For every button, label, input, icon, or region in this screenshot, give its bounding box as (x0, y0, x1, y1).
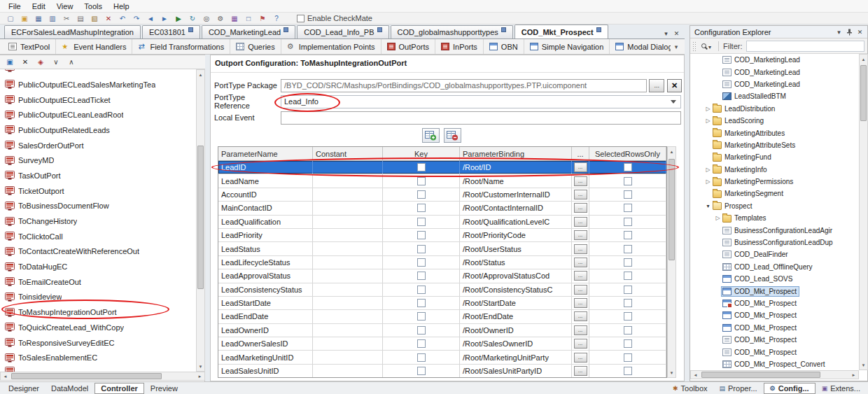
scroll-left-icon[interactable] (691, 371, 700, 379)
binding-browse-button[interactable]: ... (574, 258, 587, 267)
navigate-forward-icon[interactable]: ► (158, 13, 171, 24)
parameter-row[interactable]: LeadEndDate /Root/EndDate ... (218, 310, 666, 323)
menu-item[interactable]: File (3, 1, 27, 11)
outport-item[interactable]: TaskOutPort (0, 168, 197, 183)
config-tree-item[interactable]: COD_Mkt_Prospect (690, 322, 859, 334)
binding-browse-button[interactable]: ... (574, 311, 587, 321)
parameter-row[interactable]: LeadQualification /Root/QualificationLev… (218, 216, 666, 229)
config-tree-item[interactable]: LeadStalledBTM (690, 90, 859, 102)
filter-input[interactable] (746, 41, 864, 52)
outport-item[interactable]: ToClicktoCall (0, 229, 197, 244)
selected-rows-only-checkbox[interactable] (624, 299, 632, 307)
key-checkbox[interactable] (417, 286, 426, 294)
tab-list-button[interactable] (661, 29, 671, 38)
view-tab[interactable]: OBN (484, 39, 524, 54)
selected-rows-only-checkbox[interactable] (624, 190, 632, 199)
column-header-constant[interactable]: Constant (313, 147, 383, 160)
outport-item[interactable]: ToBusinessDocumentFlow (0, 199, 197, 214)
config-tree-item-body[interactable]: COD_Mkt_Prospect_Convert (722, 360, 827, 369)
config-tree-item[interactable]: BusinessConfigurationLeadDup (690, 237, 859, 248)
config-tree-item-body[interactable]: BusinessConfigurationLeadAgir (722, 226, 834, 235)
config-tree-item[interactable]: LeadDistribution (690, 103, 859, 115)
config-tree-item-body[interactable]: COD_Lead_OfflineQuery (722, 262, 815, 272)
configuration-vertical-scrollbar[interactable] (859, 54, 868, 370)
save-icon[interactable]: ▦ (32, 13, 45, 24)
cut-icon[interactable]: ✂ (60, 13, 73, 24)
navigate-back-icon[interactable]: ◄ (144, 13, 157, 24)
tool-window-tab[interactable]: ⚙Config... (764, 383, 816, 394)
config-tree-item-body[interactable]: MarketingAttributes (712, 128, 787, 138)
parameter-row[interactable]: LeadStatus /Root/UserStatus ... (218, 242, 666, 255)
config-tree-item-body[interactable]: COD_MarketingLead (722, 68, 802, 77)
table-vertical-scrollbar[interactable] (667, 146, 676, 378)
scroll-down-icon[interactable] (860, 360, 867, 370)
tool-window-tab[interactable]: ▤Proper... (714, 383, 763, 394)
config-tree-item-body[interactable]: COD_Lead_SOVS (722, 274, 794, 283)
config-tree-item[interactable]: COD_DealFinder (690, 248, 859, 260)
binding-browse-button[interactable]: ... (574, 244, 587, 254)
config-tree-item[interactable]: COD_Mkt_Prospect (690, 285, 859, 297)
constant-cell[interactable] (313, 297, 383, 309)
delete-outport-button[interactable]: ✕ (18, 57, 32, 68)
configuration-horizontal-scrollbar[interactable] (690, 370, 859, 379)
constant-cell[interactable] (313, 256, 383, 269)
local-event-input[interactable] (281, 111, 681, 125)
key-checkbox[interactable] (417, 231, 426, 239)
config-tree-item-body[interactable]: COD_Mkt_Prospect (722, 335, 799, 344)
outport-item[interactable] (0, 365, 197, 372)
porttype-reference-select[interactable]: Lead_Info (281, 95, 681, 108)
config-tree-item-body[interactable]: MarketingPermissions (712, 177, 795, 187)
selected-rows-only-checkbox[interactable] (624, 312, 632, 321)
scroll-up-icon[interactable] (860, 55, 867, 64)
constant-cell[interactable] (313, 161, 383, 174)
selected-rows-only-checkbox[interactable] (624, 163, 632, 171)
config-tree-item[interactable]: Prospect (690, 200, 859, 212)
config-tree-item-body[interactable]: MarketingSegment (712, 189, 785, 199)
column-header-parametername[interactable]: ParameterName (218, 147, 313, 160)
parameter-row[interactable]: LeadID /Root/ID ... (218, 161, 666, 174)
column-header-browse[interactable]: ... (572, 147, 589, 160)
bind-outport-button[interactable]: ◈ (34, 57, 48, 68)
outport-item[interactable]: PublicOutputECLeadSalesMarketingTea (0, 77, 197, 92)
view-tab[interactable]: TextPool (3, 39, 56, 54)
document-tab[interactable]: COD_MarketingLead (202, 25, 295, 38)
expander-icon[interactable] (704, 167, 712, 173)
delete-icon[interactable]: ✕ (102, 13, 115, 24)
column-header-key[interactable]: Key (383, 147, 460, 160)
outport-item[interactable]: ToMashupIntegrationOutPort (0, 304, 197, 320)
binding-browse-button[interactable]: ... (574, 298, 587, 308)
outport-item[interactable]: PublicOutputECLeadTicket (0, 92, 197, 108)
outport-item[interactable]: Toinsideview (0, 290, 197, 305)
config-tree-item[interactable]: MarketingPermissions (690, 176, 859, 188)
scroll-left-icon[interactable] (1, 372, 10, 380)
config-tree-item[interactable]: MarketingAttributeSets (690, 139, 859, 151)
constant-cell[interactable] (313, 310, 383, 323)
expander-icon[interactable] (704, 178, 712, 185)
outport-item[interactable]: SalesOrderOutPort (0, 138, 197, 153)
parameter-row[interactable]: LeadSalesUnitID /Root/SalesUnitPartyID .… (218, 365, 666, 378)
outports-horizontal-scrollbar[interactable] (0, 372, 205, 381)
view-tab[interactable]: Field Transformations (132, 39, 230, 54)
constant-cell[interactable] (313, 216, 383, 228)
undo-icon[interactable]: ↶ (116, 13, 129, 24)
config-tree-item-body[interactable]: LeadStalledBTM (722, 92, 788, 101)
paste-icon[interactable]: ▧ (88, 13, 101, 24)
config-tree-item-body[interactable]: BusinessConfigurationLeadDup (722, 238, 835, 247)
open-icon[interactable]: ▣ (18, 13, 31, 24)
parameter-row[interactable]: LeadLifecycleStatus /Root/Status ... (218, 256, 666, 269)
selected-rows-only-checkbox[interactable] (624, 353, 632, 362)
window-position-button[interactable] (834, 27, 844, 37)
parameter-row[interactable]: LeadOwnerSalesID /Root/SalesOwnerID ... (218, 337, 666, 351)
config-tree-item[interactable]: COD_Mkt_Prospect (690, 346, 859, 358)
key-checkbox[interactable] (417, 163, 426, 171)
key-checkbox[interactable] (417, 339, 426, 348)
binding-browse-button[interactable]: ... (574, 230, 587, 240)
key-checkbox[interactable] (417, 177, 426, 185)
constant-cell[interactable] (313, 229, 383, 241)
selected-rows-only-checkbox[interactable] (624, 326, 632, 335)
parameter-row[interactable]: LeadApprovalStatus /Root/ApprovalStatusC… (218, 269, 666, 283)
config-tree-item-body[interactable]: COD_MarketingLead (722, 55, 802, 64)
config-tree-item[interactable]: COD_Mkt_Prospect (690, 334, 859, 346)
binding-browse-button[interactable]: ... (574, 271, 587, 281)
config-tree-item[interactable]: COD_Mkt_Prospect (690, 297, 859, 309)
